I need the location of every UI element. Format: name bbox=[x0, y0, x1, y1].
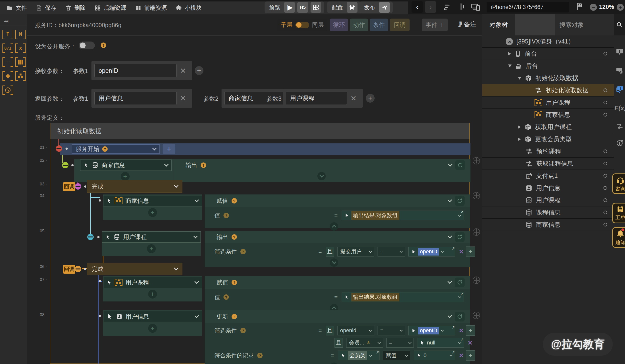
layer-toggle-pill[interactable] bbox=[295, 22, 309, 28]
remove-condition-button[interactable]: ✕ bbox=[459, 327, 464, 334]
remove-condition-button[interactable]: ✕ bbox=[468, 339, 473, 346]
comments-panel-button[interactable] bbox=[616, 85, 624, 95]
expand-icon[interactable]: ↗ bbox=[376, 350, 379, 355]
flow-node-green[interactable] bbox=[62, 162, 68, 168]
tree-item-root-app[interactable]: ∞ [395]IVX健身（v41） bbox=[482, 35, 614, 48]
help-icon[interactable]: ? bbox=[102, 146, 108, 152]
add-action-button[interactable]: + bbox=[147, 244, 156, 253]
zoom-in-button[interactable]: + bbox=[617, 4, 624, 11]
devices-button[interactable] bbox=[470, 2, 481, 11]
flow-node-orange[interactable] bbox=[75, 266, 81, 272]
refresh-button[interactable] bbox=[455, 160, 465, 170]
preview-h5-button[interactable]: H5 bbox=[297, 2, 308, 13]
param-input[interactable]: 用户信息 bbox=[94, 92, 177, 105]
add-action-button[interactable]: + bbox=[121, 172, 130, 181]
version-info-button[interactable] bbox=[616, 139, 624, 148]
info-settings-button[interactable] bbox=[616, 67, 624, 76]
tree-radio[interactable] bbox=[603, 223, 607, 226]
expand-icon[interactable]: ↗ bbox=[452, 246, 455, 251]
preview-miniapp-button[interactable] bbox=[311, 2, 321, 13]
tree-item-user-info-db[interactable]: 用户信息 bbox=[482, 182, 614, 194]
tree-group-init-read-data[interactable]: 初始化读取数据 bbox=[482, 72, 614, 84]
tree-item-pay-point[interactable]: ¥ 支付点1 bbox=[482, 170, 614, 182]
tree-radio[interactable] bbox=[603, 162, 607, 165]
and-chip[interactable]: 且 bbox=[335, 338, 343, 348]
notify-button[interactable]: 通知 bbox=[612, 227, 625, 248]
refresh-button[interactable] bbox=[455, 232, 465, 242]
help-icon[interactable]: ? bbox=[223, 294, 229, 300]
help-icon[interactable]: ? bbox=[232, 280, 237, 285]
chevron-down-icon[interactable] bbox=[164, 162, 168, 166]
boolean-variable-tool[interactable]: 0/1 bbox=[2, 43, 13, 54]
help-icon[interactable]: ? bbox=[223, 213, 229, 218]
chevron-down-icon[interactable] bbox=[447, 198, 452, 202]
target-crosshair-icon[interactable] bbox=[473, 192, 480, 199]
save-button[interactable]: 保存 bbox=[36, 4, 56, 12]
consult-button[interactable]: 咨询 bbox=[612, 173, 625, 194]
config-button[interactable] bbox=[347, 2, 357, 13]
chevron-down-icon[interactable] bbox=[174, 183, 178, 188]
target-select-merchant-info[interactable]: 商家信息 bbox=[103, 195, 202, 206]
device-select[interactable]: iPhone6/7/8 375*667 bbox=[487, 2, 569, 12]
text-variable-tool[interactable]: T bbox=[2, 29, 13, 40]
tree-radio[interactable] bbox=[603, 198, 607, 202]
expand-icon[interactable]: ↗ bbox=[460, 210, 463, 215]
value-binding-box[interactable]: 输出结果.对象数组 ↗ bbox=[342, 211, 464, 220]
tree-item-book-course-service[interactable]: 预约课程 bbox=[482, 145, 614, 158]
flow-node-magenta[interactable] bbox=[75, 183, 81, 190]
tree-group-get-user-course[interactable]: 获取用户课程 bbox=[482, 121, 614, 133]
expand-icon[interactable]: ↗ bbox=[460, 337, 464, 342]
target-crosshair-icon[interactable] bbox=[473, 228, 480, 236]
value-binding-box[interactable]: null ↗ bbox=[417, 338, 464, 348]
tree-item-backend[interactable]: 后台 bbox=[482, 60, 614, 72]
assign-op-select[interactable]: 赋值 bbox=[383, 351, 410, 360]
param-input[interactable]: 用户课程 bbox=[286, 92, 347, 105]
target-select-user-info[interactable]: 用户信息 bbox=[103, 311, 202, 322]
help-icon[interactable]: ? bbox=[232, 314, 237, 319]
help-icon[interactable]: ? bbox=[201, 163, 206, 168]
flow-title-bar[interactable]: 初始化读取数据 bbox=[50, 123, 469, 139]
action-row-output[interactable]: 输出 ? bbox=[205, 231, 470, 243]
chevron-down-icon[interactable] bbox=[194, 313, 199, 318]
target-select-merchant-info[interactable]: DB 商家信息 bbox=[80, 160, 172, 171]
tree-item-frontend[interactable]: 前台 bbox=[482, 48, 614, 60]
chevron-down-icon[interactable] bbox=[194, 279, 199, 284]
refresh-button[interactable] bbox=[455, 312, 465, 321]
action-row-output[interactable]: 输出 ? bbox=[174, 159, 470, 171]
remove-condition-button[interactable]: ✕ bbox=[459, 248, 464, 255]
target-crosshair-icon[interactable] bbox=[473, 277, 480, 284]
remove-condition-button[interactable]: ✕ bbox=[459, 352, 464, 359]
ticket-button[interactable]: 工单 bbox=[612, 203, 625, 223]
add-action-button[interactable]: + bbox=[148, 324, 157, 333]
expand-icon[interactable]: ↗ bbox=[460, 291, 463, 296]
tree-radio[interactable] bbox=[603, 113, 607, 116]
callback-badge[interactable]: 回调 bbox=[63, 182, 75, 191]
add-receive-param-button[interactable]: + bbox=[195, 66, 203, 75]
expand-arrow-icon[interactable] bbox=[518, 138, 521, 141]
add-return-param-button[interactable]: + bbox=[366, 94, 375, 103]
expand-arrow-icon[interactable] bbox=[508, 52, 511, 56]
help-icon[interactable]: ? bbox=[240, 328, 246, 333]
screenshot-flag-button[interactable] bbox=[575, 2, 584, 11]
tree-radio[interactable] bbox=[603, 88, 607, 92]
tree-item-get-course-info-service[interactable]: 获取课程信息 bbox=[482, 158, 614, 170]
operator-select[interactable]: = bbox=[377, 247, 405, 256]
tree-item-merchant-info-db[interactable]: DB 商家信息 bbox=[482, 219, 614, 231]
collapse-rail-button[interactable]: ◀◀ bbox=[4, 19, 8, 23]
add-condition-button[interactable]: + bbox=[466, 247, 475, 257]
public-service-toggle[interactable] bbox=[79, 42, 95, 49]
remove-param-button[interactable]: ✕ bbox=[350, 94, 356, 103]
object-array-tool[interactable] bbox=[15, 71, 26, 81]
publish-button[interactable] bbox=[379, 2, 390, 13]
operator-select[interactable]: = bbox=[377, 326, 405, 336]
action-row-update[interactable]: 更新 ? bbox=[205, 310, 470, 323]
chevron-down-icon[interactable] bbox=[369, 354, 372, 357]
search-button[interactable] bbox=[614, 14, 625, 35]
event-add-button[interactable]: 事件+ bbox=[422, 19, 448, 31]
and-chip[interactable]: 且 bbox=[326, 326, 334, 336]
add-action-button[interactable]: + bbox=[148, 208, 157, 217]
object-tool[interactable] bbox=[2, 71, 13, 81]
frontend-resources-button[interactable]: 前端资源 bbox=[135, 4, 167, 12]
condition-field-select[interactable]: 提交用户 bbox=[338, 247, 374, 256]
add-action-button[interactable]: + bbox=[148, 290, 157, 299]
